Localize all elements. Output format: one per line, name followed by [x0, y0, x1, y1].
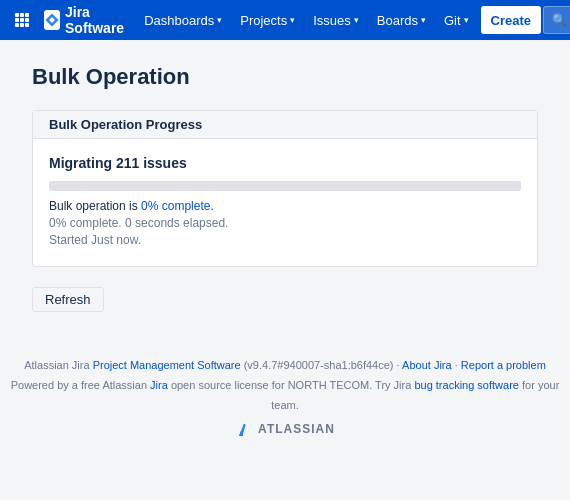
atlassian-label: ATLASSIAN: [258, 419, 335, 441]
footer-line1: Atlassian Jira Project Management Softwa…: [0, 356, 570, 376]
svg-rect-4: [20, 18, 24, 22]
status-line1: Bulk operation is 0% complete.: [49, 199, 521, 213]
nav-issues[interactable]: Issues ▾: [305, 0, 367, 40]
refresh-button[interactable]: Refresh: [32, 287, 104, 312]
migrating-label: Migrating 211 issues: [49, 155, 521, 171]
svg-rect-2: [25, 13, 29, 17]
svg-rect-3: [15, 18, 19, 22]
nav-git[interactable]: Git ▾: [436, 0, 477, 40]
footer: Atlassian Jira Project Management Softwa…: [0, 336, 570, 451]
chevron-down-icon: ▾: [421, 15, 426, 25]
chevron-down-icon: ▾: [354, 15, 359, 25]
grid-icon[interactable]: [8, 6, 36, 34]
chevron-down-icon: ▾: [217, 15, 222, 25]
svg-rect-1: [20, 13, 24, 17]
status-line2: 0% complete. 0 seconds elapsed.: [49, 216, 521, 230]
search-box[interactable]: 🔍 Search: [543, 6, 570, 34]
jira-logo-icon: [44, 10, 60, 30]
navbar-right: 🔍 Search 🔔 ? ⚙ JU: [543, 6, 570, 34]
main-content: Bulk Operation Bulk Operation Progress M…: [0, 40, 570, 336]
create-button[interactable]: Create: [481, 6, 541, 34]
report-problem-link[interactable]: Report a problem: [461, 359, 546, 371]
nav-projects[interactable]: Projects ▾: [232, 0, 303, 40]
logo-text: Jira Software: [65, 4, 128, 36]
status-line3: Started Just now.: [49, 233, 521, 247]
svg-rect-7: [20, 23, 24, 27]
logo[interactable]: Jira Software: [38, 4, 134, 36]
chevron-down-icon: ▾: [464, 15, 469, 25]
bug-tracking-link[interactable]: bug tracking software: [414, 379, 519, 391]
chevron-down-icon: ▾: [290, 15, 295, 25]
jira-link[interactable]: Jira: [150, 379, 168, 391]
footer-line2: Powered by a free Atlassian Jira open so…: [0, 376, 570, 416]
complete-link[interactable]: 0% complete: [141, 199, 210, 213]
svg-rect-6: [15, 23, 19, 27]
bulk-operation-card: Bulk Operation Progress Migrating 211 is…: [32, 110, 538, 267]
nav-boards[interactable]: Boards ▾: [369, 0, 434, 40]
project-management-link[interactable]: Project Management Software: [93, 359, 241, 371]
nav-dashboards[interactable]: Dashboards ▾: [136, 0, 230, 40]
progress-bar-background: [49, 181, 521, 191]
svg-rect-0: [15, 13, 19, 17]
atlassian-icon: [235, 421, 253, 439]
about-jira-link[interactable]: About Jira: [402, 359, 452, 371]
svg-rect-5: [25, 18, 29, 22]
search-icon: 🔍: [552, 13, 567, 27]
svg-rect-8: [25, 23, 29, 27]
navbar: Jira Software Dashboards ▾ Projects ▾ Is…: [0, 0, 570, 40]
atlassian-logo: ATLASSIAN: [0, 419, 570, 441]
section-label: Bulk Operation Progress: [33, 111, 537, 139]
page-title: Bulk Operation: [32, 64, 538, 90]
